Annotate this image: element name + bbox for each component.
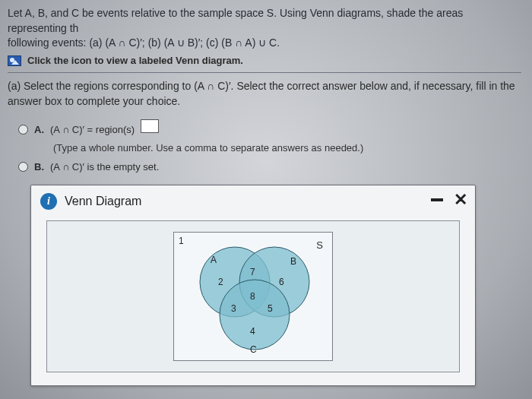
- popup-body: 1 S A B C 2 6 7 8 3 5 4: [46, 220, 460, 372]
- part-prompt-line2: answer box to complete your choice.: [8, 95, 180, 107]
- choice-a-text: (A ∩ C)′ = region(s): [50, 123, 135, 137]
- minimize-icon[interactable]: [431, 198, 443, 201]
- problem-line1: Let A, B, and C be events relative to th…: [8, 7, 463, 34]
- set-b-label: B: [290, 255, 296, 268]
- close-icon[interactable]: ✕: [454, 192, 467, 208]
- region-5-label: 5: [268, 302, 273, 315]
- set-c-label: C: [250, 344, 257, 356]
- choice-b-letter: B.: [34, 160, 44, 174]
- choice-a-hint: (Type a whole number. Use a comma to sep…: [53, 141, 521, 155]
- venn-container: 1 S A B C 2 6 7 8 3 5 4: [173, 232, 333, 361]
- popup-title: Venn Diagram: [65, 193, 141, 210]
- problem-line2: following events: (a) (A ∩ C)′; (b) (A ∪…: [8, 36, 280, 49]
- view-diagram-link[interactable]: Click the icon to view a labeled Venn di…: [27, 54, 243, 68]
- view-diagram-icon[interactable]: [8, 55, 21, 66]
- info-icon: i: [40, 193, 57, 210]
- choice-a-answer-input[interactable]: [141, 119, 159, 133]
- region-4-label: 4: [250, 325, 255, 338]
- part-prompt-line1: (a) Select the regions corresponding to …: [8, 80, 515, 92]
- set-a-label: A: [211, 254, 217, 267]
- region-2-label: 2: [218, 276, 223, 289]
- region-8-label: 8: [250, 290, 255, 303]
- section-divider: [8, 72, 521, 73]
- choice-a-letter: A.: [34, 123, 44, 137]
- venn-popup: i Venn Diagram ✕ 1 S A B C 2 6: [30, 185, 476, 386]
- region-6-label: 6: [279, 276, 284, 289]
- choice-a-radio[interactable]: [18, 125, 28, 135]
- choice-b-radio[interactable]: [18, 162, 28, 172]
- choice-b-text: (A ∩ C)′ is the empty set.: [50, 160, 159, 174]
- region-3-label: 3: [231, 302, 236, 315]
- region-7-label: 7: [250, 266, 255, 279]
